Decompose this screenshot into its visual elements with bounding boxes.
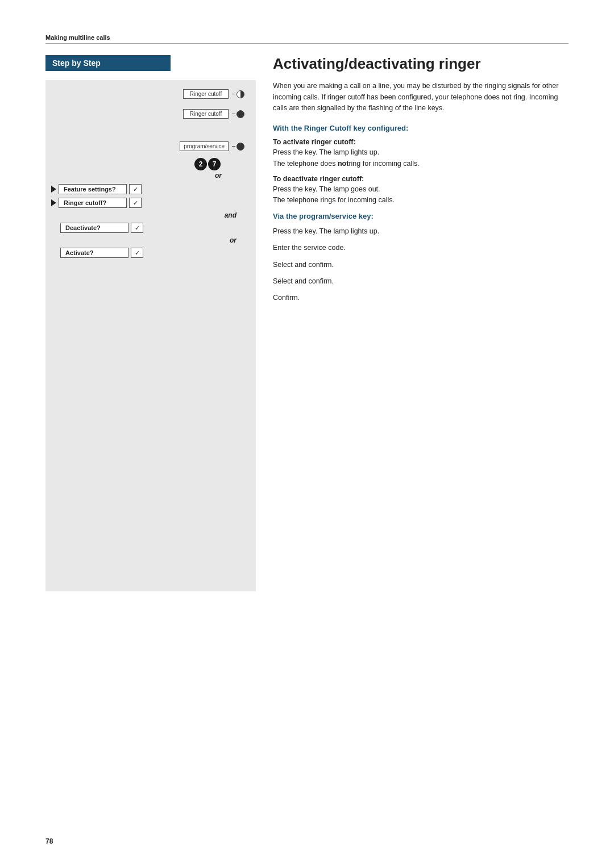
ringer-cutoff-menu-row: Ringer cutoff? ✓ xyxy=(51,198,250,208)
step-numbers: 2 7 xyxy=(194,158,222,170)
program-service-row: program/service xyxy=(51,141,250,151)
activate-desc: Press the key. The lamp lights up. The t… xyxy=(273,147,569,169)
program-service-key: program/service xyxy=(180,141,229,151)
activate-desc-line1: Press the key. The lamp lights up. xyxy=(273,148,379,156)
activate-heading: To activate ringer cutoff: xyxy=(273,138,569,146)
lamp-group-1 xyxy=(231,90,244,98)
ringer-cutoff-key-1: Ringer cutoff xyxy=(183,89,229,99)
page-number: 78 xyxy=(45,837,53,845)
lamp-group-3 xyxy=(231,143,244,151)
deactivate-heading: To deactivate ringer cutoff: xyxy=(273,175,569,183)
confirm-text: Confirm. xyxy=(273,293,569,303)
via-desc1: Press the key. The lamp lights up. xyxy=(273,226,569,237)
lamp-deactivate-icon xyxy=(237,110,244,118)
select-confirm2: Select and confirm. xyxy=(273,276,569,287)
lamp-program-icon xyxy=(237,143,244,151)
number-7-badge: 7 xyxy=(208,158,221,170)
via-desc2: Enter the service code. xyxy=(273,243,569,253)
deactivate-desc: Press the key. The lamp goes out. The te… xyxy=(273,184,569,206)
ringer-cutoff-key-2: Ringer cutoff xyxy=(183,109,229,119)
ringer-cutoff-menu-box: Ringer cutoff? xyxy=(59,198,127,208)
activate-desc-prefix: The telephone does xyxy=(273,160,338,168)
ringer-cutoff-row-2: Ringer cutoff xyxy=(51,109,250,119)
deactivate-row: Deactivate? ✓ xyxy=(51,223,250,233)
check-box-1: ✓ xyxy=(129,184,142,194)
right-column: Activating/deactivating ringer When you … xyxy=(256,55,569,310)
deactivate-desc-line1: Press the key. The lamp goes out. xyxy=(273,185,380,193)
page-header: Making multiline calls xyxy=(45,34,569,44)
activate-box: Activate? xyxy=(60,248,128,258)
deactivate-desc-line2: The telephone rings for incoming calls. xyxy=(273,196,395,204)
section-title: Making multiline calls xyxy=(45,34,569,44)
section2-heading: Via the program/service key: xyxy=(273,212,569,220)
lamp-separator-1 xyxy=(232,94,235,95)
or-label-2: or xyxy=(51,236,250,244)
feature-settings-row: Feature settings? ✓ xyxy=(51,184,250,194)
lamp-group-2 xyxy=(231,110,244,118)
step-by-step-panel: Ringer cutoff Ringer cutoff program/serv… xyxy=(45,80,256,591)
page-title: Activating/deactivating ringer xyxy=(273,55,569,73)
intro-text: When you are making a call on a line, yo… xyxy=(273,81,569,114)
arrow-icon-2 xyxy=(51,199,56,206)
check-box-4: ✓ xyxy=(131,248,143,258)
lamp-separator-3 xyxy=(232,146,235,147)
lamp-activate-icon xyxy=(237,90,244,98)
check-box-3: ✓ xyxy=(131,223,143,233)
feature-settings-box: Feature settings? xyxy=(59,184,127,194)
via-program-section: program/service 2 7 or xyxy=(51,141,250,258)
deactivate-box: Deactivate? xyxy=(60,223,128,233)
select-confirm1: Select and confirm. xyxy=(273,260,569,270)
activate-row: Activate? ✓ xyxy=(51,248,250,258)
number-2-badge: 2 xyxy=(194,158,207,170)
left-column: Step by Step Ringer cutoff Ringer cutoff xyxy=(45,55,256,591)
step-by-step-banner: Step by Step xyxy=(45,55,171,71)
activate-desc-suffix: ring for incoming calls. xyxy=(349,160,419,168)
activate-not-bold: not xyxy=(338,160,349,168)
ringer-cutoff-row-1: Ringer cutoff xyxy=(51,89,250,99)
lamp-separator-2 xyxy=(232,114,235,115)
arrow-icon-1 xyxy=(51,186,56,193)
check-box-2: ✓ xyxy=(129,198,142,208)
and-label: and xyxy=(51,211,250,219)
number-badges-row: 2 7 xyxy=(51,158,250,170)
or-label-1: or xyxy=(51,172,250,180)
section1-heading: With the Ringer Cutoff key configured: xyxy=(273,124,569,132)
